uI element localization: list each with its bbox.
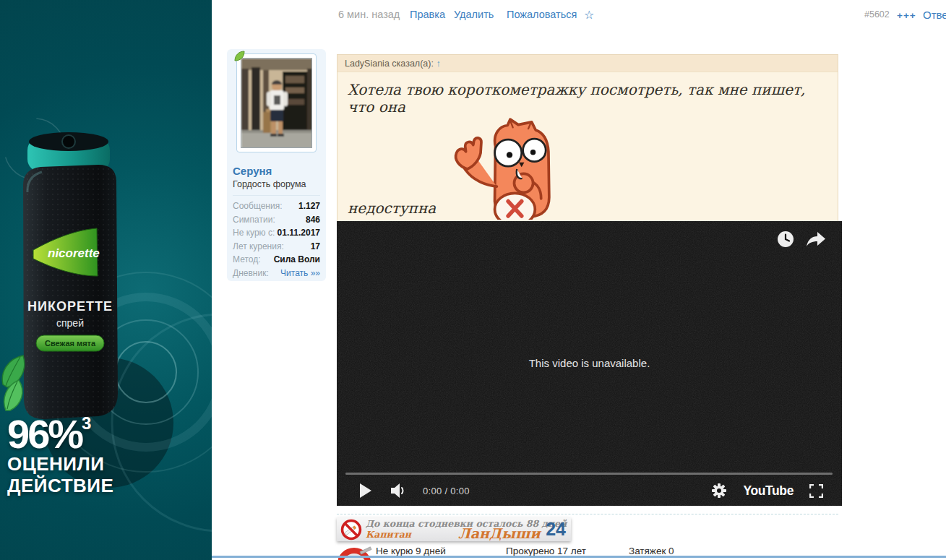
stat-smoke-free: Не курю 9 дней [376, 546, 446, 556]
volume-icon[interactable] [391, 483, 407, 498]
post-timestamp: 6 мин. назад [338, 9, 400, 20]
stat-row-smoking-years: Лет курения: 17 [233, 240, 320, 254]
user-title: Гордость форума [233, 179, 306, 189]
ad-claim-line1: ОЦЕНИЛИ [7, 453, 113, 475]
signature-countdown-banner[interactable]: До конца стодневки осталось 88 дней Капи… [337, 517, 571, 541]
report-link[interactable]: Пожаловаться [507, 9, 577, 20]
shocked-cat-sticker [443, 117, 557, 220]
avatar-photo [241, 58, 312, 148]
online-leaf-icon [234, 51, 246, 62]
stat-smoked-years: Прокурено 17 лет [506, 546, 586, 556]
fullscreen-icon[interactable] [809, 484, 823, 498]
video-control-bar: 0:00 / 0:00 YouTube [337, 475, 842, 506]
play-icon[interactable] [360, 483, 371, 498]
edit-link[interactable]: Правка [410, 9, 445, 20]
quote-said-label: сказал(а): [392, 59, 434, 69]
stat-row-diary: Дневник: Читать »» [233, 267, 320, 280]
multiquote-link[interactable]: +++ [897, 10, 916, 21]
forum-post-page: nicorette НИКОРЕТТЕ спрей Свежая мята 96… [0, 0, 946, 560]
quote-text-line2: недоступна [348, 199, 436, 220]
ad-product-name: НИКОРЕТТЕ [27, 299, 113, 314]
ad-product-form: спрей [56, 317, 84, 329]
stat-row-messages: Сообщения: 1.127 [233, 199, 320, 213]
youtube-logo[interactable]: YouTube [744, 483, 794, 499]
team-name: ЛанДыши [458, 525, 540, 541]
settings-gear-icon[interactable] [712, 483, 726, 498]
ad-claim: 96%3 ОЦЕНИЛИ ДЕЙСТВИЕ [7, 405, 113, 496]
quote-author: LadySiania [345, 59, 390, 69]
quote-block: LadySiania сказал(а): ↑ Хотела твою коро… [337, 54, 838, 222]
stat-row-method: Метод: Сила Воли [233, 253, 320, 267]
rank-text: Капитан [366, 529, 411, 540]
watch-later-clock-icon[interactable] [777, 231, 794, 248]
quote-jump-arrow-icon[interactable]: ↑ [436, 59, 440, 69]
share-arrow-icon[interactable] [805, 231, 827, 248]
youtube-embed[interactable]: This video is unavailable. 0:00 / 0:00 [337, 221, 842, 506]
user-stats: Сообщения: 1.127 Симпатии: 846 Не курю с… [233, 195, 320, 280]
video-time-display: 0:00 / 0:00 [423, 486, 470, 496]
video-unavailable-message: This video is unavailable. [337, 357, 842, 369]
quote-header: LadySiania сказал(а): ↑ [337, 55, 838, 72]
reply-link[interactable]: Ответить [923, 9, 946, 21]
banner-number: 24 [546, 519, 566, 540]
quote-text-line1: Хотела твою короткометражку посмотреть, … [348, 81, 827, 116]
delete-link[interactable]: Удалить [454, 9, 494, 20]
star-icon[interactable]: ☆ [584, 8, 594, 22]
ad-banner-nicorette[interactable]: nicorette НИКОРЕТТЕ спрей Свежая мята 96… [0, 0, 212, 560]
diary-read-link[interactable]: Читать »» [280, 267, 320, 280]
quote-body: Хотела твою короткометражку посмотреть, … [337, 72, 838, 221]
user-panel: Серуня Гордость форума Сообщения: 1.127 … [227, 49, 326, 281]
post-number-link[interactable]: #5602 [864, 9, 890, 20]
signature-separator [337, 514, 838, 514]
ad-percent: 96%3 [7, 405, 113, 453]
ad-claim-line2: ДЕЙСТВИЕ [7, 475, 113, 496]
avatar[interactable] [236, 53, 317, 152]
stat-row-likes: Симпатии: 846 [233, 213, 320, 227]
ad-product-flavor: Свежая мята [45, 339, 96, 348]
no-smoking-icon [340, 518, 363, 541]
video-progress-bar[interactable] [345, 473, 833, 475]
bottom-divider [212, 556, 946, 558]
stat-puffs: Затяжек 0 [629, 546, 674, 556]
username-link[interactable]: Серуня [233, 165, 272, 177]
stat-row-quit-date: Не курю с: 01.11.2017 [233, 226, 320, 240]
ad-brand-text: nicorette [48, 246, 100, 260]
